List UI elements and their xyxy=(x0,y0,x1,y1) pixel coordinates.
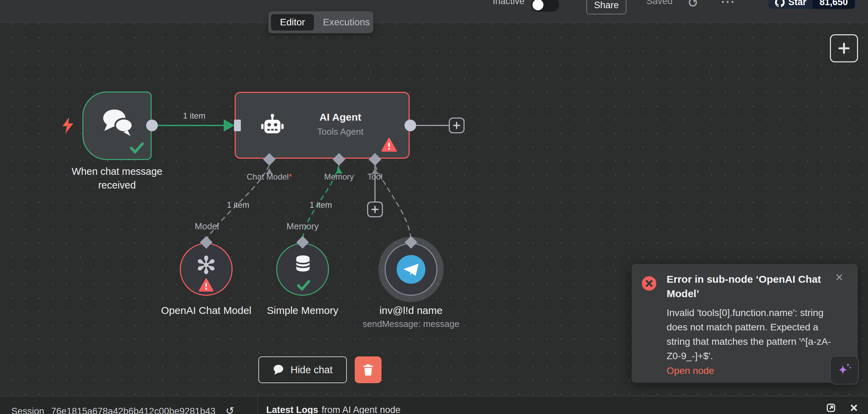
error-toast: Error in sub-node ‘OpenAI Chat Model’ × … xyxy=(632,264,858,383)
robot-icon xyxy=(260,113,284,138)
hide-chat-button[interactable]: Hide chat xyxy=(258,356,347,383)
star-label: Star xyxy=(788,0,807,8)
telegram-node-label: inv@l!d name xyxy=(356,304,466,317)
telegram-icon xyxy=(397,255,425,284)
agent-title: AI Agent xyxy=(291,111,390,123)
node-telegram-tool[interactable] xyxy=(385,243,437,296)
plus-icon xyxy=(371,205,379,214)
warning-icon xyxy=(381,138,397,152)
toast-title: Error in sub-node ‘OpenAI Chat Model’ xyxy=(667,272,833,301)
logs-panel-header: Session76e1815a678a42b6b412c00be9281b43 … xyxy=(0,396,868,414)
agent-tool-port-label: Tool xyxy=(358,172,392,182)
toast-message: Invalid 'tools[0].function.name': string… xyxy=(667,306,841,363)
tab-executions[interactable]: Executions xyxy=(314,14,379,31)
add-tool-button[interactable] xyxy=(367,202,383,217)
n8n-workflow-editor: Inactive Share Saved ↺ ⋯ Star 81,650 Edi… xyxy=(0,0,868,414)
memory-node-label: Simple Memory xyxy=(248,304,357,317)
inactive-label: Inactive xyxy=(493,0,525,7)
model-subnode-port-label: Model xyxy=(179,221,234,232)
openai-logo-icon: ✻ xyxy=(181,253,232,278)
connection-item-count: 1 item xyxy=(177,111,211,121)
github-star-count[interactable]: 81,650 xyxy=(812,0,855,9)
chat-trigger-icon xyxy=(100,107,136,137)
add-node-button[interactable] xyxy=(830,34,858,62)
chat-bubble-icon xyxy=(273,364,285,375)
github-star-button[interactable]: Star xyxy=(769,0,812,9)
node-openai-chat-model[interactable]: ✻ xyxy=(180,243,233,296)
plus-icon xyxy=(452,121,461,130)
node-when-chat-message-received[interactable] xyxy=(82,92,152,160)
top-header-bar: Inactive Share Saved ↺ ⋯ Star 81,650 xyxy=(0,0,868,23)
node-simple-memory[interactable] xyxy=(276,243,329,296)
openai-node-label: OpenAI Chat Model xyxy=(151,304,261,317)
sparkle-icon xyxy=(835,361,853,379)
toast-close-icon[interactable]: × xyxy=(835,271,843,284)
agent-input-port[interactable] xyxy=(234,120,241,131)
warning-icon xyxy=(199,278,214,292)
trigger-bolt-icon xyxy=(60,117,76,134)
agent-output-port[interactable] xyxy=(404,120,416,131)
wire-arrowhead xyxy=(224,119,235,132)
saved-status: Saved xyxy=(646,0,673,7)
open-node-link[interactable]: Open node xyxy=(667,365,714,376)
session-reset-icon[interactable]: ↺ xyxy=(226,405,234,414)
divider xyxy=(257,397,258,414)
trigger-node-label: When chat message received xyxy=(62,165,172,192)
latest-logs-title: Latest Logsfrom AI Agent node xyxy=(266,405,400,414)
success-check-icon xyxy=(296,280,311,291)
required-asterisk: * xyxy=(289,172,292,181)
memory-connection-count: 1 item xyxy=(304,200,338,210)
trash-icon xyxy=(361,363,375,377)
tab-editor[interactable]: Editor xyxy=(271,14,314,31)
plus-icon xyxy=(837,41,851,55)
success-check-icon xyxy=(129,142,144,154)
session-info: Session76e1815a678a42b6b412c00be9281b43 … xyxy=(11,405,234,414)
model-connection-count: 1 item xyxy=(221,200,255,210)
clear-chat-button[interactable] xyxy=(355,356,382,383)
pop-out-icon[interactable] xyxy=(825,403,836,413)
active-toggle[interactable] xyxy=(531,0,559,12)
share-button[interactable]: Share xyxy=(586,0,626,14)
session-id: 76e1815a678a42b6b412c00be9281b43 xyxy=(51,406,215,414)
error-icon xyxy=(641,276,657,291)
close-logs-icon[interactable]: × xyxy=(850,403,858,413)
editor-executions-tabs: Editor Executions xyxy=(268,11,373,33)
github-star-widget[interactable]: Star 81,650 xyxy=(769,0,855,9)
agent-subtitle: Tools Agent xyxy=(291,126,390,137)
toggle-knob xyxy=(532,0,543,10)
agent-output-add-button[interactable] xyxy=(449,118,465,133)
more-options-icon[interactable]: ⋯ xyxy=(720,0,735,10)
history-icon[interactable]: ↺ xyxy=(688,0,699,10)
trigger-output-port[interactable] xyxy=(146,120,158,131)
agent-chat-model-port-label: Chat Model* xyxy=(235,172,304,182)
ai-assistant-button[interactable] xyxy=(830,356,859,385)
github-icon xyxy=(775,0,785,8)
node-ai-agent[interactable]: AI Agent Tools Agent xyxy=(235,92,410,159)
telegram-node-subtitle: sendMessage: message xyxy=(356,319,466,329)
memory-subnode-port-label: Memory xyxy=(275,221,330,232)
database-icon xyxy=(293,253,313,275)
